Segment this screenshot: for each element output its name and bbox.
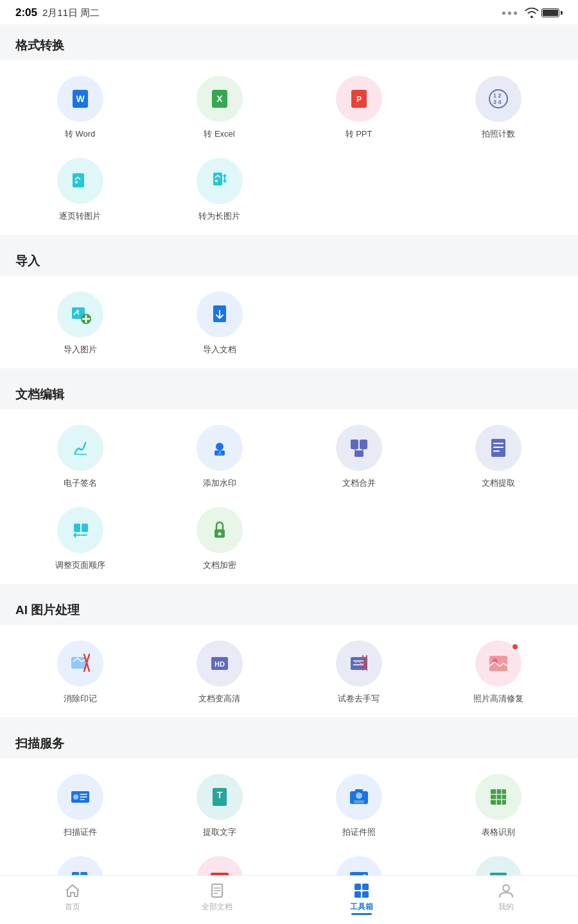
nav-item-home[interactable]: 首页 <box>40 882 105 912</box>
wifi-icon <box>525 8 539 18</box>
icon-photo-count[interactable]: 1 2 3 4 拍照计数 <box>428 65 568 148</box>
icon-to-ppt[interactable]: P 转 PPT <box>289 65 428 148</box>
svg-rect-54 <box>355 789 363 792</box>
icon-doc-merge[interactable]: 文档合并 <box>289 415 428 497</box>
svg-point-102 <box>503 885 509 891</box>
svg-rect-28 <box>74 524 80 532</box>
label-photo-repair: 照片高清修复 <box>473 693 523 705</box>
nav-label-home: 首页 <box>65 902 80 912</box>
icon-doc-extract[interactable]: 文档提取 <box>428 415 568 497</box>
main-content: 格式转换 W 转 Word X <box>0 24 578 924</box>
svg-rect-99 <box>362 884 369 890</box>
nav-item-toolbox[interactable]: 工具箱 <box>329 882 394 912</box>
section-doc-edit: 文档编辑 电子签名 人 <box>0 373 578 584</box>
label-remove-stamp: 消除印记 <box>64 693 97 705</box>
icon-scan-id[interactable]: 扫描证件 <box>10 764 150 846</box>
svg-rect-23 <box>355 450 363 457</box>
svg-rect-9 <box>73 173 84 187</box>
icon-remove-hw[interactable]: 试卷去手写 <box>289 630 428 712</box>
icon-e-sign[interactable]: 电子签名 <box>10 415 150 497</box>
label-remove-hw: 试卷去手写 <box>338 693 380 705</box>
status-time: 2:05 <box>15 6 37 19</box>
label-import-image: 导入图片 <box>64 344 97 355</box>
svg-rect-55 <box>491 789 506 805</box>
svg-rect-100 <box>355 891 361 898</box>
section-title-ai: AI 图片处理 <box>0 589 578 625</box>
icon-doc-encrypt[interactable]: 文档加密 <box>150 497 289 579</box>
label-scan-id: 扫描证件 <box>64 826 97 838</box>
icons-grid-ai: 消除印记 HD 文档变高清 <box>0 625 578 717</box>
badge-photo-repair <box>511 643 519 651</box>
section-title-scan: 扫描服务 <box>0 723 578 758</box>
icon-page-to-image[interactable]: 逐页转图片 <box>10 148 150 230</box>
label-doc-extract: 文档提取 <box>482 477 515 489</box>
svg-text:1 2: 1 2 <box>493 92 502 99</box>
svg-text:T: T <box>216 790 222 800</box>
icon-page-order[interactable]: 调整页面顺序 <box>10 497 150 579</box>
label-e-sign: 电子签名 <box>64 477 97 489</box>
svg-point-45 <box>73 794 78 800</box>
svg-rect-101 <box>362 891 369 898</box>
svg-text:P: P <box>356 95 361 104</box>
bottom-nav: 首页 全部文档 工具箱 我的 <box>0 875 578 924</box>
icon-doc-hd[interactable]: HD 文档变高清 <box>150 630 289 712</box>
label-import-doc: 导入文档 <box>203 344 236 355</box>
section-ai-image: AI 图片处理 消除印记 HD <box>0 589 578 717</box>
nav-label-toolbox: 工具箱 <box>350 902 373 912</box>
label-to-ppt: 转 PPT <box>346 128 372 140</box>
icon-import-image[interactable]: 导入图片 <box>10 281 150 363</box>
svg-rect-53 <box>354 800 364 803</box>
label-page-order: 调整页面顺序 <box>55 560 105 571</box>
label-to-long-image: 转为长图片 <box>198 210 240 222</box>
icon-extract-text[interactable]: T 提取文字 <box>150 764 289 846</box>
icons-grid-doc-edit: 电子签名 人 添加水印 <box>0 409 578 584</box>
svg-point-10 <box>75 181 78 184</box>
battery-icon <box>541 8 563 17</box>
icon-photo-repair[interactable]: 照片高清修复 <box>428 630 568 712</box>
status-date: 2月11日 周二 <box>42 7 100 19</box>
svg-rect-22 <box>360 440 367 449</box>
svg-point-14 <box>76 310 79 312</box>
svg-point-31 <box>218 533 221 536</box>
label-to-word: 转 Word <box>65 128 95 140</box>
status-bar: 2:05 2月11日 周二 <box>0 0 578 24</box>
toolbox-icon <box>353 882 370 899</box>
nav-label-all-docs: 全部文档 <box>202 902 232 912</box>
svg-text:W: W <box>76 94 85 104</box>
svg-rect-98 <box>355 884 361 890</box>
label-doc-merge: 文档合并 <box>342 477 376 489</box>
icon-to-long-image[interactable]: 转为长图片 <box>150 148 289 230</box>
section-title-doc-edit: 文档编辑 <box>0 373 578 409</box>
more-dots <box>502 12 517 15</box>
home-icon <box>64 882 81 899</box>
icon-watermark[interactable]: 人 添加水印 <box>150 415 289 497</box>
icon-remove-stamp[interactable]: 消除印记 <box>10 630 150 712</box>
svg-point-12 <box>215 180 218 182</box>
label-doc-hd: 文档变高清 <box>198 693 240 705</box>
svg-text:X: X <box>216 94 223 104</box>
label-extract-text: 提取文字 <box>203 826 236 838</box>
icon-to-word[interactable]: W 转 Word <box>10 65 150 148</box>
svg-text:人: 人 <box>217 450 222 456</box>
nav-label-mine: 我的 <box>498 902 514 912</box>
label-page-to-image: 逐页转图片 <box>59 210 101 222</box>
icons-grid-format: W 转 Word X 转 Excel <box>0 60 578 235</box>
section-import: 导入 导入图片 <box>0 240 578 368</box>
icon-table-ocr[interactable]: 表格识别 <box>428 764 568 846</box>
svg-text:3 4: 3 4 <box>493 99 502 105</box>
section-title-import: 导入 <box>0 240 578 276</box>
mine-icon <box>498 882 514 899</box>
label-doc-encrypt: 文档加密 <box>203 560 236 571</box>
icons-grid-import: 导入图片 导入文档 <box>0 276 578 368</box>
nav-item-mine[interactable]: 我的 <box>474 882 538 912</box>
svg-rect-29 <box>82 524 88 532</box>
label-watermark: 添加水印 <box>203 477 236 489</box>
svg-point-18 <box>216 443 223 450</box>
icon-to-excel[interactable]: X 转 Excel <box>150 65 289 148</box>
all-docs-icon <box>209 882 225 899</box>
icon-import-doc[interactable]: 导入文档 <box>150 281 289 363</box>
icon-photo-id[interactable]: 拍证件照 <box>289 764 428 846</box>
nav-item-all-docs[interactable]: 全部文档 <box>185 882 249 912</box>
section-title-format: 格式转换 <box>0 24 578 60</box>
section-format-convert: 格式转换 W 转 Word X <box>0 24 578 235</box>
